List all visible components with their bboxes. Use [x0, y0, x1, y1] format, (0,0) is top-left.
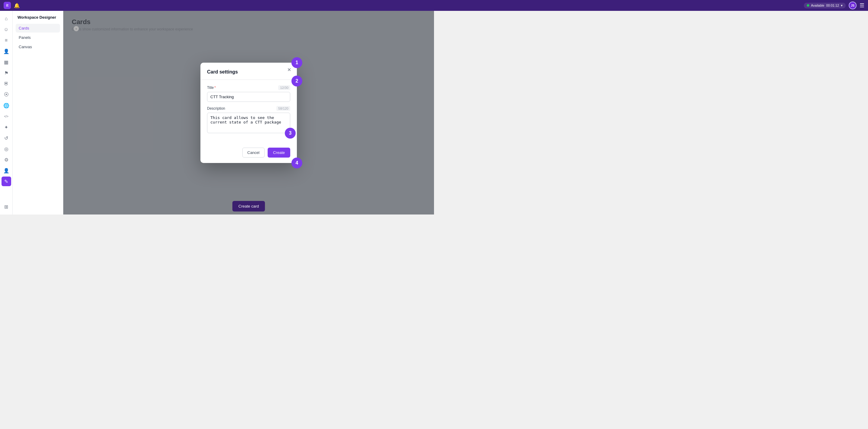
title-label-row: Title* 12/30: [207, 85, 290, 90]
main-content: Cards Cards show customized information …: [63, 11, 434, 214]
title-label: Title*: [207, 86, 216, 90]
app-logo[interactable]: it: [4, 2, 11, 9]
description-char-count: 58/120: [276, 106, 290, 111]
required-marker: *: [214, 86, 216, 90]
description-textarea[interactable]: [207, 113, 290, 133]
step-badge-4: 4: [291, 158, 302, 168]
sidebar-icon-home[interactable]: ⌂: [1, 14, 11, 24]
description-label: Description: [207, 106, 225, 110]
modal-header: Card settings: [200, 63, 297, 80]
sidebar-icon-list[interactable]: ≡: [1, 36, 11, 45]
title-input[interactable]: [207, 92, 290, 102]
sidebar-icon-workspace[interactable]: ✎: [1, 176, 11, 186]
sidebar-icon-widgets[interactable]: ⊞: [1, 202, 11, 211]
description-form-group: Description 58/120 3: [207, 106, 290, 134]
step-badge-2: 2: [291, 76, 302, 87]
sidebar-icon-puzzle[interactable]: ✦: [1, 122, 11, 132]
icon-sidebar: ⌂ ☺ ≡ 👤 ▦ ⚑ ⛨ ⦿ 🌐 </> ✦ ↺ ◎ ⚙ 👤 ✎ ⊞: [0, 11, 13, 214]
sidebar-icon-globe[interactable]: 🌐: [1, 101, 11, 110]
title-form-group: Title* 12/30: [207, 85, 290, 102]
topbar-left: it 🔔: [4, 2, 20, 9]
sidebar-icon-settings[interactable]: ⚙: [1, 155, 11, 164]
sidebar-icon-shield[interactable]: ⛨: [1, 79, 11, 89]
sidebar-icon-loop[interactable]: ↺: [1, 133, 11, 143]
nav-item-canvas[interactable]: Canvas: [16, 42, 60, 51]
modal-overlay: Create card 1 ✕ Card settings: [63, 11, 434, 214]
description-label-row: Description 58/120: [207, 106, 290, 111]
cancel-button[interactable]: Cancel: [242, 147, 265, 158]
card-settings-modal: 1 ✕ Card settings 2: [200, 63, 297, 163]
create-card-area: Create card: [232, 201, 265, 211]
modal-body: 2 Title* 12/30: [200, 80, 297, 144]
sidebar-icon-flag[interactable]: ⚑: [1, 68, 11, 78]
modal-footer: Cancel Create 4: [200, 144, 297, 163]
app-layout: ⌂ ☺ ≡ 👤 ▦ ⚑ ⛨ ⦿ 🌐 </> ✦ ↺ ◎ ⚙ 👤 ✎ ⊞ Work…: [0, 0, 434, 214]
sidebar-icon-contacts[interactable]: ☺: [1, 25, 11, 34]
sidebar-icon-target[interactable]: ◎: [1, 144, 11, 154]
sidebar-icon-code[interactable]: </>: [1, 111, 11, 121]
sidebar-icon-grid[interactable]: ▦: [1, 57, 11, 67]
topbar: it 🔔 Available 00:01:12 ▾ JS ☰: [0, 0, 434, 11]
nav-item-cards[interactable]: Cards: [16, 24, 60, 33]
sidebar-icon-fingerprint[interactable]: ⦿: [1, 90, 11, 99]
sidebar-icon-person2[interactable]: 👤: [1, 166, 11, 175]
step-badge-3: 3: [285, 128, 296, 139]
nav-sidebar-title: Workspace Designer: [16, 15, 60, 20]
sidebar-icon-person[interactable]: 👤: [1, 46, 11, 56]
modal-close-button[interactable]: ✕: [285, 66, 293, 73]
title-char-count: 12/30: [278, 85, 290, 90]
create-card-button-bg[interactable]: Create card: [232, 201, 265, 211]
create-button[interactable]: Create: [268, 147, 290, 158]
modal-title: Card settings: [207, 69, 290, 75]
nav-item-panels[interactable]: Panels: [16, 33, 60, 42]
nav-sidebar: Workspace Designer Cards Panels Canvas «: [13, 11, 63, 214]
notification-bell[interactable]: 🔔: [14, 3, 20, 8]
